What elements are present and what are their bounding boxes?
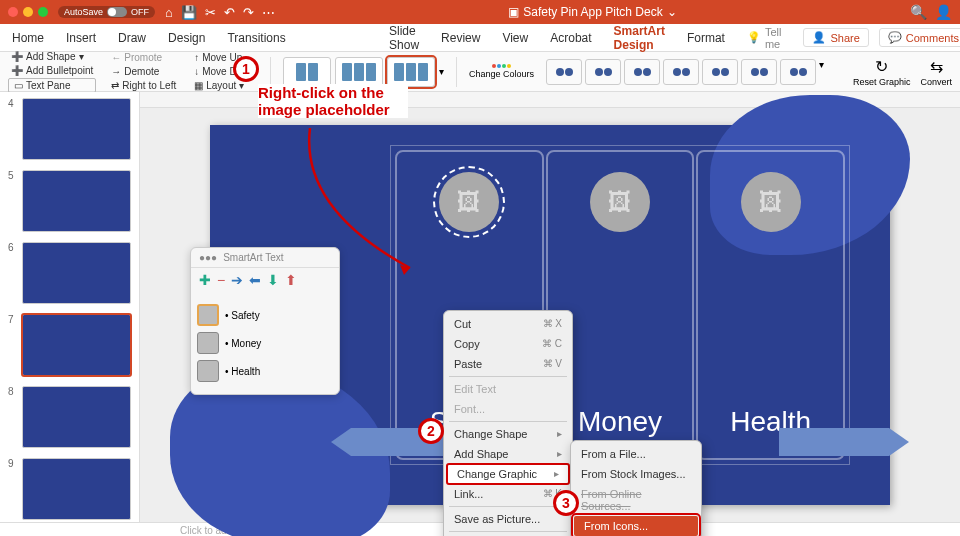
tell-me-search[interactable]: 💡 Tell me [747,26,782,50]
style-option[interactable] [741,59,777,85]
promote-icon[interactable]: ⬅ [249,272,261,288]
cut-icon[interactable]: ✂ [205,6,216,19]
redo-icon[interactable]: ↷ [243,6,254,19]
account-icon[interactable]: 👤 [935,4,952,20]
workspace: 4 5 6 7 8 9 🖼 Safety 🖼 M [0,92,960,522]
slide-thumb[interactable]: 6 [8,242,131,304]
tab-draw[interactable]: Draw [118,31,146,45]
tab-transitions[interactable]: Transitions [227,31,285,45]
tab-home[interactable]: Home [12,31,44,45]
gallery-more-icon[interactable]: ▾ [439,66,444,77]
ctx-edit-text: Edit Text [444,379,572,399]
separator [456,57,457,87]
ctx-from-online[interactable]: From Online Sources... [571,484,701,516]
save-icon[interactable]: 💾 [181,6,197,19]
ctx-from-icons[interactable]: From Icons... [574,516,698,536]
style-gallery: ▾ [546,59,824,85]
ctx-paste[interactable]: Paste⌘ V [444,354,572,374]
comments-button[interactable]: 💬 Comments [879,28,960,47]
more-icon[interactable]: ⋯ [262,6,275,19]
tab-view[interactable]: View [502,31,528,45]
text-pane-button[interactable]: ▭ Text Pane [8,78,96,93]
image-placeholder-icon[interactable]: 🖼 [439,172,499,232]
style-option[interactable] [780,59,816,85]
ctx-add-shape[interactable]: Add Shape▸ [444,444,572,464]
slides-panel: 4 5 6 7 8 9 [0,92,140,522]
style-option[interactable] [585,59,621,85]
home-icon[interactable]: ⌂ [165,6,173,19]
rtl-button[interactable]: ⇄ Right to Left [108,79,179,92]
slide-thumb[interactable]: 7 [8,314,131,376]
chevron-down-icon[interactable]: ⌄ [667,5,677,19]
style-option[interactable] [546,59,582,85]
style-option[interactable] [663,59,699,85]
ctx-copy[interactable]: Copy⌘ C [444,334,572,354]
share-button[interactable]: 👤 Share [803,28,868,47]
close-window-icon[interactable] [8,7,18,17]
slide-thumb[interactable]: 4 [8,98,131,160]
tab-review[interactable]: Review [441,31,480,45]
pane-item-label[interactable]: • Safety [225,310,260,321]
traffic-lights [8,7,48,17]
ctx-from-stock[interactable]: From Stock Images... [571,464,701,484]
tab-design[interactable]: Design [168,31,205,45]
layout-option-2[interactable] [335,57,383,87]
autosave-toggle[interactable]: AutoSave OFF [58,6,155,18]
change-colours-button[interactable]: Change Colours [469,64,534,79]
annotation-arrow-icon [290,128,430,288]
style-option[interactable] [624,59,660,85]
image-placeholder-icon[interactable]: 🖼 [741,172,801,232]
undo-icon[interactable]: ↶ [224,6,235,19]
annotation-badge-2: 2 [418,418,444,444]
add-icon[interactable]: ✚ [199,272,211,288]
layout-option-1[interactable] [283,57,331,87]
ribbon-toolbar: ➕ Add Shape ▾ ➕ Add Bulletpoint ▭ Text P… [0,52,960,92]
tab-smartart-design[interactable]: SmartArt Design [614,24,665,52]
ctx-font: Font... [444,399,572,419]
ctx-cut[interactable]: Cut⌘ X [444,314,572,334]
card-label: Money [578,406,662,438]
pane-item-thumb-icon[interactable] [197,360,219,382]
autosave-switch-icon[interactable] [107,7,127,17]
style-more-icon[interactable]: ▾ [819,59,824,85]
minimize-window-icon[interactable] [23,7,33,17]
tab-format[interactable]: Format [687,31,725,45]
autosave-label: AutoSave [64,7,103,17]
pane-item-thumb-icon[interactable] [197,304,219,326]
titlebar-right: 🔍 👤 [910,4,952,20]
maximize-window-icon[interactable] [38,7,48,17]
slide-thumb[interactable]: 5 [8,170,131,232]
context-submenu-change-graphic: From a File... From Stock Images... From… [570,440,702,536]
ctx-from-file[interactable]: From a File... [571,444,701,464]
demote-icon[interactable]: ➔ [231,272,243,288]
pane-item-label[interactable]: • Health [225,366,260,377]
ctx-change-shape[interactable]: Change Shape▸ [444,424,572,444]
add-shape-button[interactable]: ➕ Add Shape ▾ [8,50,96,63]
reset-graphic-button[interactable]: ↻Reset Graphic [853,57,911,87]
ctx-change-graphic[interactable]: Change Graphic▸ [447,464,569,484]
style-option[interactable] [702,59,738,85]
pane-item-thumb-icon[interactable] [197,332,219,354]
down-icon[interactable]: ⬇ [267,272,279,288]
pane-item-label[interactable]: • Money [225,338,261,349]
ribbon-tabs: Home Insert Draw Design Transitions Anim… [0,24,960,52]
powerpoint-icon: ▣ [508,5,519,19]
tab-slideshow[interactable]: Slide Show [389,24,419,52]
slide-thumb[interactable]: 8 [8,386,131,448]
convert-icon: ⇆ [930,57,943,76]
tab-acrobat[interactable]: Acrobat [550,31,591,45]
image-placeholder-icon[interactable]: 🖼 [590,172,650,232]
annotation-text: Right-click on the image placeholder [258,84,408,118]
reset-icon: ↻ [875,57,888,76]
convert-button[interactable]: ⇆Convert [920,57,952,87]
layout-option-3[interactable] [387,57,435,87]
demote-button[interactable]: → Demote [108,65,179,78]
remove-icon[interactable]: − [217,272,225,288]
promote-button[interactable]: ← Promote [108,51,179,64]
search-icon[interactable]: 🔍 [910,4,927,20]
add-bulletpoint-button[interactable]: ➕ Add Bulletpoint [8,64,96,77]
slide-thumb[interactable]: 9 [8,458,131,520]
tab-insert[interactable]: Insert [66,31,96,45]
smartart-card-health[interactable]: 🖼 Health [696,150,845,460]
window-titlebar: AutoSave OFF ⌂ 💾 ✂ ↶ ↷ ⋯ ▣ Safety Pin Ap… [0,0,960,24]
